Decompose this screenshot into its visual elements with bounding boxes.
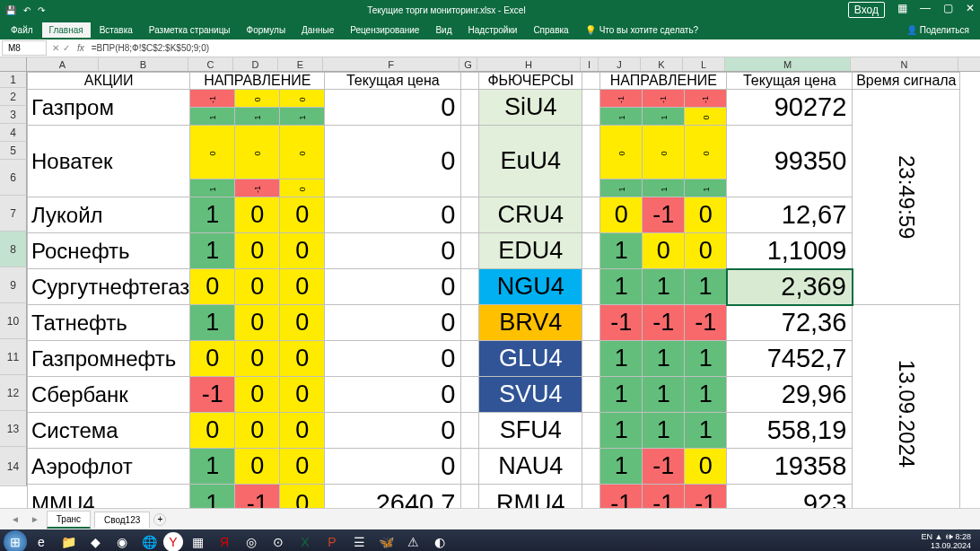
cell[interactable]: 2,369 <box>727 269 853 305</box>
cell[interactable]: 2640,7 <box>325 485 461 509</box>
cell[interactable]: -1 <box>643 485 685 509</box>
cell[interactable]: 0 <box>280 305 325 341</box>
cell[interactable]: 0 <box>325 90 461 126</box>
cell[interactable]: 0 <box>643 233 685 269</box>
cancel-icon[interactable]: ✕ <box>52 43 59 53</box>
cell[interactable]: 0 <box>235 377 280 413</box>
sheet-nav-next-icon[interactable]: ► <box>27 514 43 524</box>
cell[interactable]: 1 <box>280 108 325 126</box>
cell[interactable]: SFU4 <box>479 413 582 449</box>
taskbar-app1-icon[interactable]: ◆ <box>83 531 108 551</box>
cell[interactable]: 0 <box>685 233 727 269</box>
login-button[interactable]: Вход <box>848 2 885 18</box>
cell[interactable]: 1 <box>600 108 643 126</box>
cell[interactable]: 0 <box>190 341 235 377</box>
cell[interactable]: 0 <box>280 413 325 449</box>
col-header-I[interactable]: I <box>581 57 599 71</box>
add-sheet-icon[interactable]: + <box>153 513 166 526</box>
row-header-2[interactable]: 2 <box>0 88 27 106</box>
tab-help[interactable]: Справка <box>526 22 575 38</box>
cell[interactable]: 1 <box>643 269 685 305</box>
cell[interactable]: -1 <box>643 305 685 341</box>
system-tray[interactable]: EN ▲ 🕪 8:2813.09.2024 <box>916 533 976 551</box>
cell[interactable]: 0 <box>325 305 461 341</box>
cell[interactable]: 1,1009 <box>727 233 853 269</box>
cell[interactable]: -1 <box>600 485 643 509</box>
cell[interactable] <box>461 90 479 126</box>
cell[interactable]: 0 <box>643 126 685 179</box>
cell[interactable]: 0 <box>235 269 280 305</box>
cell[interactable] <box>461 126 479 197</box>
taskbar-app2-icon[interactable]: ▦ <box>185 531 210 551</box>
cell[interactable]: 923 <box>727 485 853 509</box>
cell[interactable]: 0 <box>280 269 325 305</box>
cell[interactable]: 72,36 <box>727 305 853 341</box>
taskbar-explorer-icon[interactable]: 📁 <box>56 531 81 551</box>
col-header-M[interactable]: M <box>725 57 851 71</box>
cell[interactable]: 0 <box>235 305 280 341</box>
cell[interactable]: 1 <box>600 233 643 269</box>
cell[interactable]: 1 <box>600 179 643 197</box>
cell[interactable]: 0 <box>600 126 643 179</box>
cell[interactable]: 0 <box>325 197 461 233</box>
cell[interactable]: 0 <box>685 197 727 233</box>
cell[interactable]: SVU4 <box>479 377 582 413</box>
taskbar-ie-icon[interactable]: e <box>29 531 54 551</box>
row-header-14[interactable]: 14 <box>0 447 27 486</box>
cell[interactable] <box>461 413 479 449</box>
col-header-G[interactable]: G <box>459 57 477 71</box>
cell[interactable]: -1 <box>190 90 235 108</box>
cell[interactable]: Новатек <box>28 126 190 197</box>
cell[interactable]: 0 <box>280 485 325 509</box>
cell[interactable]: -1 <box>235 179 280 197</box>
redo-icon[interactable]: ↷ <box>38 5 45 15</box>
cell[interactable]: 0 <box>235 197 280 233</box>
cell[interactable]: BRV4 <box>479 305 582 341</box>
cell[interactable]: 1 <box>190 233 235 269</box>
cell[interactable]: EDU4 <box>479 233 582 269</box>
cell[interactable]: 0 <box>280 126 325 179</box>
cell[interactable]: NAU4 <box>479 449 582 485</box>
sheet-nav-prev-icon[interactable]: ◄ <box>7 514 23 524</box>
col-header-D[interactable]: D <box>233 57 278 71</box>
cell[interactable]: 1 <box>643 108 685 126</box>
close-icon[interactable]: ✕ <box>966 2 975 18</box>
cell[interactable]: Аэрофлот <box>28 449 190 485</box>
cell[interactable]: 1 <box>685 341 727 377</box>
cell[interactable]: GLU4 <box>479 341 582 377</box>
taskbar-app3-icon[interactable]: Я <box>212 531 237 551</box>
cell[interactable]: 0 <box>325 126 461 197</box>
cell[interactable]: -1 <box>685 485 727 509</box>
cell[interactable]: 1 <box>685 179 727 197</box>
cell[interactable]: 0 <box>235 126 280 179</box>
cell[interactable] <box>461 233 479 269</box>
cell[interactable] <box>582 269 600 305</box>
cells-grid[interactable]: АКЦИИНАПРАВЛЕНИЕТекущая ценаФЬЮЧЕРСЫНАПР… <box>27 72 960 508</box>
tab-home[interactable]: Главная <box>42 22 91 38</box>
col-header-N[interactable]: N <box>851 57 958 71</box>
cell[interactable]: 23:49:59 <box>853 90 960 305</box>
cell[interactable]: 0 <box>325 269 461 305</box>
taskbar-excel-icon[interactable]: X <box>293 531 318 551</box>
tab-file[interactable]: Файл <box>4 22 40 38</box>
cell[interactable]: 1 <box>190 179 235 197</box>
cell[interactable]: -1 <box>600 90 643 108</box>
cell[interactable] <box>461 269 479 305</box>
ribbon-options-icon[interactable]: ▦ <box>897 2 907 18</box>
cell[interactable]: Газпром <box>28 90 190 126</box>
cell[interactable]: 1 <box>685 269 727 305</box>
cell[interactable]: SiU4 <box>479 90 582 126</box>
share-button[interactable]: 👤 Поделиться <box>899 22 976 38</box>
cell[interactable]: 1 <box>643 341 685 377</box>
cell[interactable]: 0 <box>280 197 325 233</box>
cell[interactable]: 0 <box>325 449 461 485</box>
cell[interactable] <box>461 485 479 509</box>
taskbar-app5-icon[interactable]: ⊙ <box>266 531 291 551</box>
cell[interactable]: НАПРАВЛЕНИЕ <box>600 73 727 90</box>
cell[interactable]: -1 <box>643 449 685 485</box>
cell[interactable]: -1 <box>235 485 280 509</box>
maximize-icon[interactable]: ▢ <box>943 2 953 18</box>
cell[interactable]: Роснефть <box>28 233 190 269</box>
cell[interactable]: Текущая цена <box>727 73 853 90</box>
tab-formulas[interactable]: Формулы <box>240 22 293 38</box>
